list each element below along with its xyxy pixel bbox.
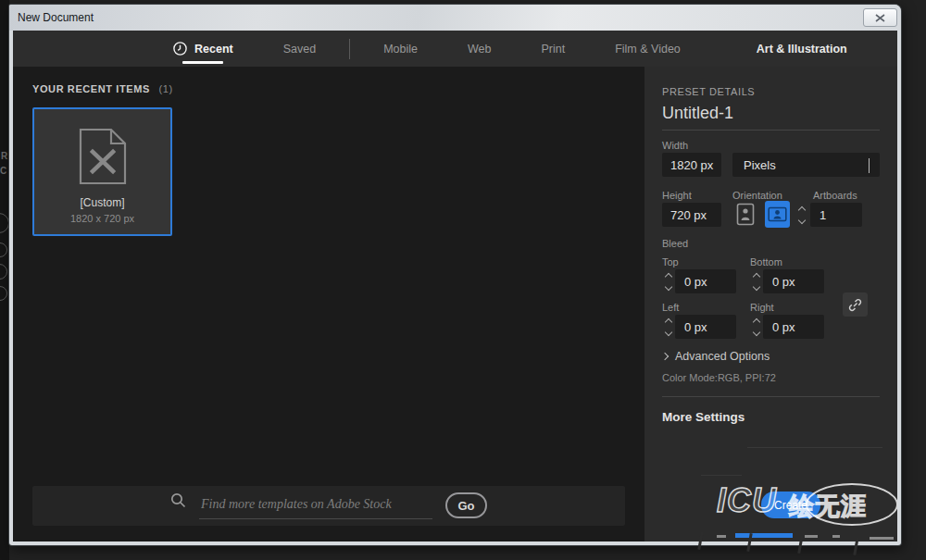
- tab-saved[interactable]: Saved: [258, 31, 341, 67]
- stepper-down-icon[interactable]: [665, 282, 672, 290]
- stepper-up-icon[interactable]: [665, 272, 672, 280]
- dialog-titlebar[interactable]: New Document: [9, 5, 901, 31]
- divider: [662, 396, 880, 397]
- recent-items-panel: YOUR RECENT ITEMS (1) [Custom] 1820 x 72…: [13, 67, 644, 541]
- document-name-field[interactable]: Untitled-1: [662, 104, 733, 123]
- tab-print[interactable]: Print: [516, 31, 590, 67]
- watermark-dash: [805, 535, 818, 538]
- link-icon: [848, 298, 862, 312]
- bleed-right-label: Right: [750, 302, 774, 313]
- tab-label: Film & Video: [615, 43, 681, 56]
- width-input[interactable]: [662, 153, 721, 177]
- stepper-up-icon[interactable]: [665, 317, 672, 325]
- advanced-options-label: Advanced Options: [675, 350, 770, 363]
- tab-art-illustration[interactable]: Art & Illustration: [732, 31, 872, 67]
- stepper-down-icon[interactable]: [753, 282, 760, 290]
- search-icon: [170, 492, 186, 519]
- stepper-down-icon[interactable]: [753, 328, 760, 335]
- bleed-left-input[interactable]: 0 px: [675, 315, 736, 339]
- units-dropdown[interactable]: Pixels: [732, 153, 880, 177]
- recent-item-custom[interactable]: [Custom] 1820 x 720 px: [32, 107, 172, 236]
- bleed-right-value: 0 px: [772, 320, 795, 334]
- width-label: Width: [662, 140, 688, 151]
- bleed-bottom-stepper: 0 px: [750, 269, 824, 293]
- tab-label: Recent: [194, 43, 233, 56]
- artboards-stepper: 1: [795, 203, 862, 227]
- bleed-link-button[interactable]: [843, 292, 868, 317]
- tab-film-video[interactable]: Film & Video: [590, 31, 706, 67]
- color-mode-summary: Color Mode:RGB, PPI:72: [662, 372, 776, 383]
- recent-item-size: 1820 x 720 px: [70, 213, 134, 224]
- bleed-top-label: Top: [662, 256, 679, 268]
- background-letter-c: C: [0, 166, 6, 176]
- adobe-stock-search-bar: Go: [32, 486, 625, 526]
- background-app-strip: [0, 0, 9, 560]
- bleed-left-value: 0 px: [684, 320, 707, 334]
- stock-search-input[interactable]: [199, 497, 432, 519]
- chevron-down-icon: [869, 158, 870, 172]
- landscape-orientation-button[interactable]: [765, 201, 790, 228]
- orientation-label: Orientation: [732, 190, 782, 201]
- portrait-icon: [736, 203, 755, 226]
- preset-details-panel: PRESET DETAILS Untitled-1 Width Pixels H…: [644, 67, 897, 541]
- dialog-title: New Document: [18, 11, 94, 24]
- bleed-label: Bleed: [662, 238, 688, 249]
- dialog-content: Recent Saved Mobile Web Print Film & Vid…: [13, 31, 897, 541]
- background-letter-r: R: [1, 151, 7, 161]
- preset-details-header: PRESET DETAILS: [662, 86, 755, 97]
- recent-items-count: (1): [159, 83, 173, 94]
- recent-items-header: YOUR RECENT ITEMS (1): [32, 83, 173, 94]
- portrait-orientation-button[interactable]: [732, 201, 757, 228]
- bleed-right-input[interactable]: 0 px: [763, 315, 824, 339]
- artboards-value: 1: [820, 208, 826, 222]
- chevron-right-icon: [661, 353, 669, 360]
- recent-items-title: YOUR RECENT ITEMS: [32, 83, 150, 94]
- close-button[interactable]: [863, 8, 897, 27]
- stepper-down-icon[interactable]: [665, 328, 672, 335]
- height-input[interactable]: [662, 203, 721, 227]
- tab-label: Art & Illustration: [757, 43, 847, 56]
- tab-mobile[interactable]: Mobile: [358, 31, 443, 67]
- faint-line: [701, 475, 742, 476]
- bleed-left-stepper: 0 px: [662, 315, 736, 339]
- bleed-bottom-input[interactable]: 0 px: [763, 269, 824, 293]
- height-label: Height: [662, 190, 692, 201]
- tab-recent[interactable]: Recent: [148, 31, 258, 67]
- faint-line: [747, 447, 882, 448]
- stepper-up-icon[interactable]: [753, 272, 760, 280]
- artboards-label: Artboards: [813, 190, 857, 201]
- active-tab-underline: [182, 61, 223, 64]
- tab-divider: [349, 39, 350, 59]
- artboards-input[interactable]: 1: [810, 203, 862, 227]
- bleed-left-label: Left: [662, 302, 679, 313]
- bleed-bottom-label: Bottom: [750, 256, 782, 268]
- document-icon: [78, 128, 128, 185]
- go-button[interactable]: Go: [445, 492, 487, 518]
- bleed-top-value: 0 px: [684, 275, 707, 289]
- watermark-dash: [832, 535, 840, 538]
- bleed-right-stepper: 0 px: [750, 315, 824, 339]
- watermark-dash: [870, 537, 894, 540]
- watermark-dash: [717, 535, 726, 538]
- more-settings-button[interactable]: More Settings: [662, 410, 745, 424]
- orientation-toggle: [732, 201, 790, 228]
- create-button[interactable]: Create: [761, 492, 820, 518]
- tab-label: Web: [468, 43, 491, 56]
- stepper-up-icon[interactable]: [798, 205, 806, 213]
- watermark-dash: [735, 533, 793, 538]
- units-value: Pixels: [744, 158, 776, 172]
- advanced-options-toggle[interactable]: Advanced Options: [662, 350, 770, 363]
- bleed-top-input[interactable]: 0 px: [675, 269, 736, 293]
- tab-web[interactable]: Web: [443, 31, 516, 67]
- landscape-icon: [768, 205, 787, 224]
- bleed-top-stepper: 0 px: [662, 269, 736, 293]
- tab-label: Print: [541, 43, 565, 56]
- recent-item-name: [Custom]: [80, 196, 124, 209]
- clock-icon: [173, 42, 187, 56]
- close-icon: [875, 14, 885, 22]
- tab-label: Mobile: [383, 43, 418, 56]
- divider: [662, 130, 880, 131]
- stepper-up-icon[interactable]: [753, 317, 760, 325]
- stepper-down-icon[interactable]: [798, 216, 806, 223]
- new-document-dialog: New Document Recent Saved Mobile: [9, 5, 901, 545]
